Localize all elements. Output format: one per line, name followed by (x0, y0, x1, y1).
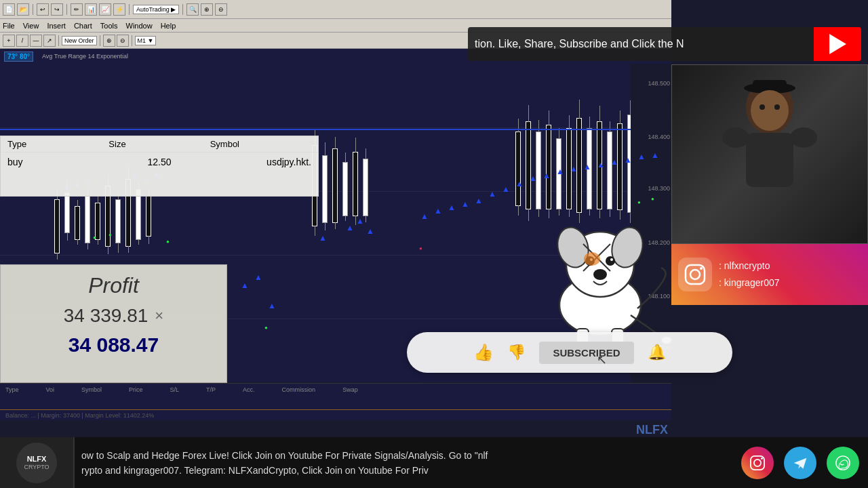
zoom-in-btn[interactable]: ⊕ (103, 35, 115, 47)
trade-type: buy (7, 157, 108, 167)
whatsapp-social-btn[interactable] (827, 447, 859, 479)
logo-main: NLFX (27, 455, 47, 464)
symbol-header: Symbol (210, 139, 311, 149)
menu-view[interactable]: View (23, 22, 39, 30)
toolbar-btn[interactable]: 📈 (99, 3, 111, 16)
size-header: Size (108, 139, 210, 149)
crosshair-btn[interactable]: + (3, 35, 15, 47)
signal-up-arrow: ▲ (570, 164, 578, 174)
toolbar-btn[interactable]: ⊕ (201, 3, 213, 16)
signal-up-arrow: ▲ (597, 160, 605, 169)
tg-icon-svg (791, 454, 809, 472)
toolbar-btn[interactable]: ↩ (37, 3, 49, 16)
bottom-chart-labels: Type Voi Symbol Price S/L T/P Acc. Commi… (0, 384, 671, 396)
col-commission: Commission (282, 386, 316, 393)
toolbar-btn[interactable]: 📊 (85, 3, 97, 16)
signal-dot: ● (93, 235, 96, 241)
menu-file[interactable]: File (3, 22, 15, 30)
profit-title: Profit (1, 265, 226, 302)
subscribe-bar: 👍 👎 SUBSCRIBED 🔔 (407, 332, 732, 373)
signal-up-arrow: ▲ (475, 196, 483, 205)
arrow-btn[interactable]: ↗ (43, 35, 56, 47)
signal-up-arrow: ▲ (420, 211, 429, 221)
signal-up-arrow: ▲ (346, 223, 354, 232)
menu-window[interactable]: Window (126, 22, 153, 30)
signal-up-arrow: ▲ (488, 189, 496, 199)
signal-up-arrow: ▲ (319, 233, 327, 243)
signal-dot-red: ● (419, 245, 422, 251)
subscribed-button[interactable]: SUBSCRIBED (539, 342, 633, 364)
ticker-content: ow to Scalp and Hedge Forex Live! Click … (75, 437, 732, 488)
instagram-info: : nlfxncrypto : kingrager007 (719, 258, 780, 291)
trade-panel-header: Type Size Symbol (1, 136, 318, 152)
col-symbol: Symbol (81, 386, 102, 393)
period-selector[interactable]: M1 ▼ (135, 36, 157, 45)
zoom-out-btn[interactable]: ⊖ (117, 35, 129, 47)
chart-bottom-info: Balance: ... | Margin: 37400 | Margin Le… (5, 412, 154, 419)
signal-up-arrow: ▲ (461, 199, 469, 209)
instagram-icon (678, 258, 712, 291)
trade-symbol: usdjpy.hkt. (210, 157, 311, 167)
type-header: Type (7, 139, 108, 149)
auto-trading-btn[interactable]: AutoTrading ▶ (133, 5, 179, 14)
line-btn[interactable]: / (16, 35, 28, 47)
dislike-button[interactable]: 👎 (507, 344, 526, 361)
ticker-line2: rypto and kingrager007. Telegram: NLFXan… (75, 463, 732, 478)
webcam-panel (671, 64, 868, 244)
col-swap: Swap (342, 386, 358, 393)
temp-low: 73° (7, 53, 18, 60)
col-acc: Acc. (243, 386, 255, 393)
toolbar-separator (129, 4, 130, 15)
toolbar-btn[interactable]: ↪ (51, 3, 63, 16)
price-label-1: 148.500 (648, 80, 670, 87)
signal-up-arrow: ▲ (366, 226, 374, 236)
person-silhouette (709, 73, 831, 236)
hline-btn[interactable]: — (30, 35, 42, 47)
svg-point-30 (761, 458, 763, 460)
wa-icon-svg (834, 454, 852, 472)
indicator-label: Avg True Range 14 Exponential (42, 53, 128, 60)
menu-chart[interactable]: Chart (74, 22, 92, 30)
yellow-price-line (0, 409, 671, 410)
like-button[interactable]: 👍 (473, 343, 494, 362)
trade-panel: Type Size Symbol buy 12.50 usdjpy.hkt. (0, 136, 319, 197)
svg-point-4 (760, 104, 765, 110)
signal-up-arrow: ▲ (268, 301, 276, 310)
signal-up-arrow: ▲ (624, 155, 632, 165)
yt-play-icon (829, 34, 846, 54)
menu-help[interactable]: Help (161, 22, 176, 30)
menu-insert[interactable]: Insert (47, 22, 66, 30)
toolbar-btn[interactable]: ⊖ (215, 3, 227, 16)
signal-up-arrow: ▲ (448, 203, 456, 212)
col-sl: S/L (170, 386, 180, 393)
signal-up-arrow: ▲ (502, 184, 510, 194)
instagram-panel: : nlfxncrypto : kingrager007 (671, 244, 868, 305)
bell-button[interactable]: 🔔 (648, 344, 666, 361)
signal-up-arrow: ▲ (583, 162, 591, 171)
signal-dot: ● (166, 239, 170, 245)
youtube-logo[interactable] (814, 27, 861, 61)
menu-tools[interactable]: Tools (100, 22, 118, 30)
profit-close-btn[interactable]: × (155, 307, 163, 325)
toolbar-btn[interactable]: 🔍 (186, 3, 199, 16)
toolbar-btn[interactable]: ⚡ (113, 3, 125, 16)
instagram-social-btn[interactable] (741, 447, 774, 479)
ig-icon-svg (749, 454, 766, 472)
svg-point-23 (584, 252, 600, 266)
toolbar-btn[interactable]: 📂 (17, 3, 29, 16)
profit-total: 34 088.47 (1, 329, 226, 361)
col-price: Price (129, 386, 143, 393)
svg-point-8 (790, 127, 817, 148)
toolbar-btn[interactable]: 📄 (3, 3, 15, 16)
telegram-social-btn[interactable] (784, 447, 816, 479)
toolbar-separator (100, 35, 100, 46)
temp-display: 73° 80° (4, 52, 33, 62)
col-vol: Voi (46, 386, 55, 393)
signal-up-arrow: ▲ (515, 179, 524, 188)
col-tp: T/P (206, 386, 216, 393)
new-order-btn[interactable]: New Order (62, 36, 97, 45)
ticker-bar: NLFX CRYPTO ow to Scalp and Hedge Forex … (0, 437, 868, 488)
social-icons (732, 437, 868, 488)
toolbar-btn[interactable]: ✏ (71, 3, 83, 16)
signal-up-arrow: ▲ (356, 216, 364, 226)
